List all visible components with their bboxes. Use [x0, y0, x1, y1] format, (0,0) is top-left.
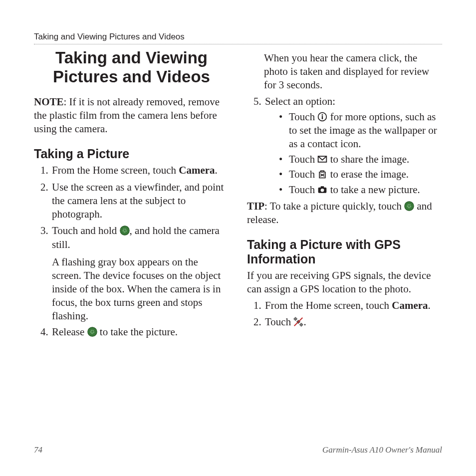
- step-3: Touch and hold , and hold the camera sti…: [51, 224, 229, 322]
- content-columns: Taking and Viewing Pictures and Videos N…: [34, 48, 442, 342]
- option-erase: Touch to erase the image.: [279, 168, 442, 181]
- shutter-icon: [87, 327, 97, 337]
- tip-label: TIP: [247, 200, 264, 212]
- gps-step-2: Touch .: [264, 315, 442, 329]
- section-gps: Taking a Picture with GPS Information: [247, 238, 442, 266]
- page-number: 74: [34, 445, 42, 455]
- note-label: NOTE: [34, 96, 64, 108]
- gps-steps: From the Home screen, touch Camera. Touc…: [247, 299, 442, 329]
- step-4-detail: When you hear the camera click, the phot…: [264, 51, 442, 92]
- gps-intro: If you are receiving GPS signals, the de…: [247, 269, 442, 296]
- manual-title: Garmin-Asus A10 Owner's Manual: [322, 445, 442, 455]
- option-share: Touch to share the image.: [279, 153, 442, 166]
- steps-list: From the Home screen, touch Camera. Use …: [34, 164, 229, 339]
- step-2: Use the screen as a viewfinder, and poin…: [51, 181, 229, 222]
- step-1: From the Home screen, touch Camera.: [51, 164, 229, 177]
- shutter-icon: [404, 201, 414, 211]
- right-column: When you hear the camera click, the phot…: [247, 48, 442, 342]
- trash-icon: [317, 169, 327, 179]
- steps-list-cont: Select an option: Touch for more options…: [247, 95, 442, 197]
- page-footer: 74 Garmin-Asus A10 Owner's Manual: [34, 445, 442, 455]
- option-info: Touch for more options, such as to set t…: [279, 110, 442, 151]
- info-icon: [317, 112, 327, 122]
- step-4: Release to take the picture.: [51, 325, 229, 339]
- satellite-off-icon: [293, 317, 303, 327]
- section-taking-picture: Taking a Picture: [34, 147, 229, 161]
- gps-step-1: From the Home screen, touch Camera.: [264, 299, 442, 312]
- note-paragraph: NOTE: If it is not already removed, remo…: [34, 95, 229, 136]
- tip-paragraph: TIP: To take a picture quickly, touch an…: [247, 200, 442, 227]
- camera-icon: [317, 185, 327, 195]
- left-column: Taking and Viewing Pictures and Videos N…: [34, 48, 229, 342]
- envelope-icon: [317, 154, 327, 164]
- running-header: Taking and Viewing Pictures and Videos: [34, 32, 442, 44]
- option-new-picture: Touch to take a new picture.: [279, 183, 442, 197]
- chapter-title: Taking and Viewing Pictures and Videos: [34, 48, 229, 86]
- shutter-icon: [120, 226, 130, 236]
- options-list: Touch for more options, such as to set t…: [265, 110, 442, 197]
- step-3-detail: A flashing gray box appears on the scree…: [52, 255, 229, 322]
- step-5: Select an option: Touch for more options…: [264, 95, 442, 197]
